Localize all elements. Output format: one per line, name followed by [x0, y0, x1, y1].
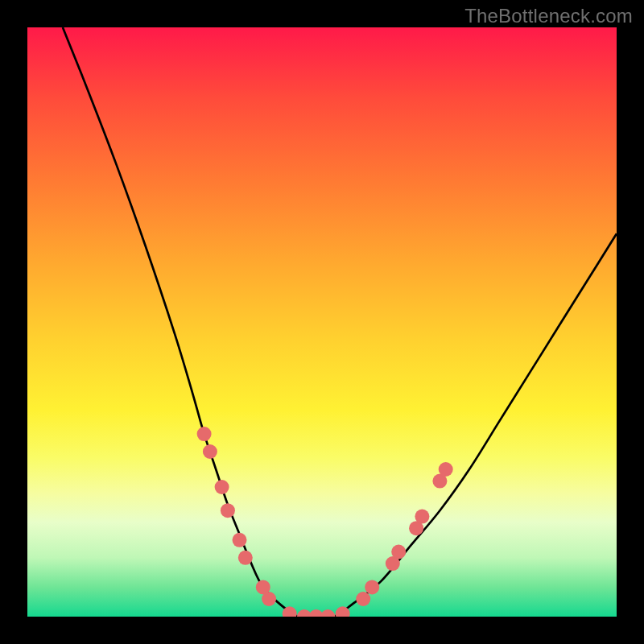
plot-area: [27, 27, 617, 617]
marker-dot: [320, 609, 335, 617]
marker-dot: [356, 592, 370, 606]
marker-dot: [262, 592, 276, 606]
marker-dot: [215, 480, 229, 494]
marker-dot: [203, 444, 217, 459]
bottleneck-curve: [63, 27, 617, 617]
marker-dot: [233, 533, 247, 547]
marker-dot: [365, 580, 379, 594]
chart-svg: [27, 27, 617, 617]
marker-dot: [238, 551, 253, 565]
marker-dot: [415, 510, 429, 524]
chart-frame: TheBottleneck.com: [0, 0, 644, 644]
marker-dot: [391, 545, 406, 559]
watermark-text: TheBottleneck.com: [464, 5, 633, 27]
marker-dot: [197, 427, 212, 441]
marker-dot: [221, 503, 235, 518]
marker-dot: [439, 462, 453, 477]
